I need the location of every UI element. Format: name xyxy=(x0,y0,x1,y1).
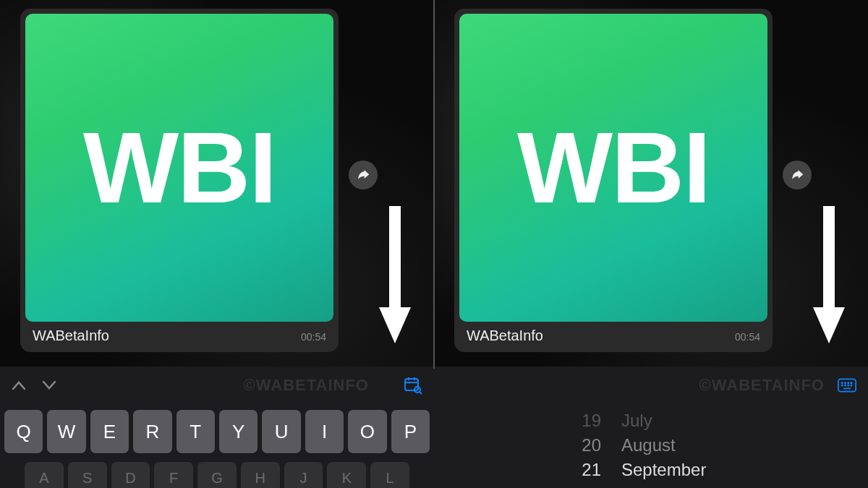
forward-button[interactable] xyxy=(349,160,378,189)
key-j[interactable]: J xyxy=(284,462,323,488)
key-w[interactable]: W xyxy=(47,410,85,453)
watermark: ©WABETAINFO xyxy=(699,376,825,395)
key-r[interactable]: R xyxy=(133,410,171,453)
message-image[interactable]: WBI xyxy=(25,14,333,322)
key-s[interactable]: S xyxy=(68,462,107,488)
picker-month: September xyxy=(621,460,737,480)
keyboard-row-2: ASDFGHJKL xyxy=(4,462,430,488)
picker-month: August xyxy=(621,435,737,455)
keyboard-row-1: QWERTYUIOP xyxy=(4,410,430,453)
chat-area: WBI WABetaInfo 00:54 xyxy=(0,0,434,367)
key-t[interactable]: T xyxy=(176,410,215,453)
key-h[interactable]: H xyxy=(241,462,280,488)
arrow-indicator xyxy=(809,206,849,346)
key-d[interactable]: D xyxy=(111,462,150,488)
picker-day: 19 xyxy=(565,411,601,431)
forward-button[interactable] xyxy=(783,160,812,189)
svg-point-7 xyxy=(841,385,842,385)
search-toolbar: ©WABETAINFO xyxy=(434,367,868,404)
svg-point-9 xyxy=(848,385,848,385)
key-g[interactable]: G xyxy=(197,462,237,488)
svg-point-8 xyxy=(845,385,846,385)
watermark: ©WABETAINFO xyxy=(244,376,369,395)
message-image[interactable]: WBI xyxy=(459,14,767,322)
message-bubble[interactable]: WBI WABetaInfo 00:54 xyxy=(454,9,773,352)
message-time: 00:54 xyxy=(301,331,326,343)
message-caption: WABetaInfo xyxy=(467,328,543,344)
picker-row[interactable]: 19July xyxy=(565,408,737,433)
image-logo-text: WBI xyxy=(517,109,710,226)
svg-point-5 xyxy=(848,382,848,383)
image-logo-text: WBI xyxy=(83,109,276,226)
message-time: 00:54 xyxy=(735,331,760,343)
keyboard-button[interactable] xyxy=(838,376,856,395)
key-p[interactable]: P xyxy=(391,410,430,453)
chat-area: WBI WABetaInfo 00:54 xyxy=(434,0,868,367)
calendar-search-button[interactable] xyxy=(404,376,422,395)
svg-point-3 xyxy=(841,382,842,383)
caption-row: WABetaInfo 00:54 xyxy=(25,322,333,347)
svg-point-10 xyxy=(851,385,851,385)
picker-month: July xyxy=(621,411,737,431)
key-l[interactable]: L xyxy=(370,462,409,488)
key-f[interactable]: F xyxy=(154,462,193,488)
key-k[interactable]: K xyxy=(327,462,366,488)
picker-day: 20 xyxy=(565,435,601,455)
panel-divider xyxy=(433,0,435,369)
right-panel: WBI WABetaInfo 00:54 ©WABETAINFO xyxy=(434,0,868,488)
picker-day: 21 xyxy=(565,460,601,480)
key-e[interactable]: E xyxy=(90,410,129,453)
forward-icon xyxy=(356,168,370,182)
forward-icon xyxy=(790,168,804,182)
search-toolbar: ©WABETAINFO xyxy=(0,367,434,404)
left-panel: WBI WABetaInfo 00:54 ©WABETAINFO xyxy=(0,0,434,488)
svg-point-6 xyxy=(851,382,851,383)
key-a[interactable]: A xyxy=(25,462,64,488)
key-i[interactable]: I xyxy=(305,410,344,453)
picker-row[interactable]: 20August xyxy=(565,433,737,458)
picker-row[interactable]: 21September xyxy=(565,458,737,482)
key-y[interactable]: Y xyxy=(219,410,258,453)
svg-rect-0 xyxy=(405,379,418,390)
caption-row: WABetaInfo 00:54 xyxy=(459,322,767,347)
date-picker[interactable]: 19July20August21September xyxy=(434,404,868,488)
key-o[interactable]: O xyxy=(348,410,386,453)
arrow-indicator xyxy=(375,206,415,346)
key-u[interactable]: U xyxy=(262,410,300,453)
message-bubble[interactable]: WBI WABetaInfo 00:54 xyxy=(20,9,339,352)
key-q[interactable]: Q xyxy=(4,410,43,453)
chevron-down-icon[interactable] xyxy=(42,376,56,395)
message-caption: WABetaInfo xyxy=(33,328,109,344)
svg-point-4 xyxy=(845,382,846,383)
keyboard[interactable]: QWERTYUIOP ASDFGHJKL xyxy=(0,404,434,488)
chevron-up-icon[interactable] xyxy=(12,376,26,395)
